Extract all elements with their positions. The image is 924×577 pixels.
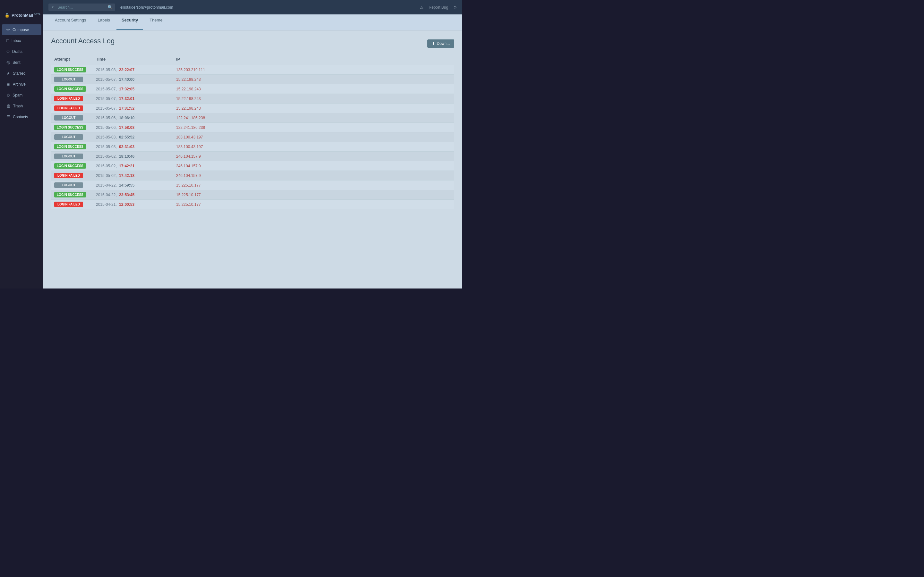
download-icon: ⬇ (432, 41, 435, 46)
attempt-cell: LOGIN SUCCESS (51, 123, 93, 132)
tab-security[interactable]: Security (116, 15, 143, 30)
time-cell: 2015-04-21, 12:00:53 (93, 200, 173, 210)
sidebar-item-archive[interactable]: ▣ Archive (2, 79, 41, 89)
sidebar-label-compose: Compose (13, 27, 29, 32)
sidebar-label-drafts: Drafts (12, 49, 23, 54)
ip-cell: 15.22.198.243 (173, 103, 454, 113)
ip-cell: 15.225.10.177 (173, 181, 454, 190)
time-cell: 2015-05-02, 17:42:21 (93, 161, 173, 171)
date-part: 2015-05-03, (96, 145, 117, 149)
time-cell: 2015-04-22, 14:59:55 (93, 181, 173, 190)
time-part: 02:31:03 (119, 145, 134, 149)
time-part: 02:55:52 (119, 135, 134, 139)
date-part: 2015-05-07, (96, 97, 117, 101)
report-bug-label[interactable]: Report Bug (429, 5, 448, 10)
attempt-cell: LOGOUT (51, 132, 93, 142)
attempt-badge: LOGIN FAILED (54, 96, 83, 101)
time-part: 17:58:08 (119, 125, 134, 130)
sidebar-item-drafts[interactable]: ◇ Drafts (2, 46, 41, 57)
time-part: 17:31:52 (119, 106, 134, 111)
attempt-badge: LOGIN SUCCESS (54, 67, 86, 73)
time-part: 17:32:05 (119, 87, 134, 91)
attempt-cell: LOGIN FAILED (51, 103, 93, 113)
time-cell: 2015-05-06, 18:06:10 (93, 113, 173, 123)
attempt-badge: LOGOUT (54, 182, 83, 188)
attempt-cell: LOGIN FAILED (51, 200, 93, 210)
compose-icon: ✏ (6, 27, 10, 32)
sidebar-item-spam[interactable]: ⊘ Spam (2, 90, 41, 100)
search-icon[interactable]: 🔍 (107, 5, 113, 10)
attempt-cell: LOGIN SUCCESS (51, 161, 93, 171)
date-part: 2015-05-02, (96, 173, 117, 178)
search-input[interactable] (57, 5, 105, 10)
time-cell: 2015-05-02, 17:42:18 (93, 171, 173, 181)
time-part: 17:32:01 (119, 97, 134, 101)
logo-text: ProtonMailBETA (11, 13, 40, 18)
tab-labels[interactable]: Labels (93, 15, 115, 30)
ip-cell: 15.225.10.177 (173, 190, 454, 200)
attempt-cell: LOGIN SUCCESS (51, 65, 93, 75)
download-label: Down... (437, 41, 450, 46)
ip-cell: 246.104.157.9 (173, 161, 454, 171)
tab-theme[interactable]: Theme (144, 15, 168, 30)
sidebar-item-trash[interactable]: 🗑 Trash (2, 101, 41, 111)
ip-cell: 183.100.43.197 (173, 142, 454, 152)
time-cell: 2015-05-03, 02:31:03 (93, 142, 173, 152)
table-row: LOGOUT 2015-05-07, 17:40:00 15.22.198.24… (51, 75, 454, 84)
table-row: LOGOUT 2015-05-06, 18:06:10 122.241.186.… (51, 113, 454, 123)
attempt-badge: LOGOUT (54, 115, 83, 121)
search-container[interactable]: ▼ 🔍 (48, 3, 115, 11)
time-cell: 2015-05-02, 18:10:46 (93, 152, 173, 161)
content-header: Account Access Log ⬇ Down... (51, 37, 454, 50)
table-row: LOGIN FAILED 2015-04-21, 12:00:53 15.225… (51, 200, 454, 210)
user-email: elliotalderson@protonmail.com (120, 5, 173, 10)
sidebar-item-starred[interactable]: ★ Starred (2, 68, 41, 79)
inbox-icon: □ (6, 38, 9, 43)
col-ip: IP (173, 55, 454, 65)
sidebar-label-spam: Spam (13, 93, 23, 97)
sidebar-label-inbox: Inbox (11, 39, 21, 43)
time-part: 23:53:45 (119, 193, 134, 197)
time-cell: 2015-05-06, 17:58:08 (93, 123, 173, 132)
attempt-cell: LOGIN FAILED (51, 171, 93, 181)
content-area: Account Access Log ⬇ Down... Attempt Tim… (43, 31, 462, 288)
attempt-badge: LOGIN SUCCESS (54, 144, 86, 149)
logo: 🔒 ProtonMailBETA (0, 10, 43, 24)
ip-cell: 122.241.186.238 (173, 113, 454, 123)
ip-cell: 15.22.198.243 (173, 94, 454, 103)
table-row: LOGIN SUCCESS 2015-05-06, 17:58:08 122.2… (51, 123, 454, 132)
sidebar-item-compose[interactable]: ✏ Compose (2, 24, 41, 35)
table-row: LOGOUT 2015-04-22, 14:59:55 15.225.10.17… (51, 181, 454, 190)
ip-cell: 246.104.157.9 (173, 152, 454, 161)
sidebar-item-contacts[interactable]: ☰ Contacts (2, 111, 41, 122)
attempt-badge: LOGIN FAILED (54, 105, 83, 111)
date-part: 2015-05-02, (96, 154, 117, 159)
download-button[interactable]: ⬇ Down... (427, 39, 454, 48)
time-cell: 2015-05-03, 02:55:52 (93, 132, 173, 142)
attempt-badge: LOGOUT (54, 153, 83, 159)
tabs-container: Account SettingsLabelsSecurityTheme (43, 15, 462, 31)
search-dropdown-arrow[interactable]: ▼ (51, 5, 54, 9)
page-title: Account Access Log (51, 37, 115, 45)
date-part: 2015-04-22, (96, 183, 117, 187)
trash-icon: 🗑 (6, 103, 11, 108)
sidebar-label-contacts: Contacts (13, 115, 28, 119)
sidebar-item-sent[interactable]: ◎ Sent (2, 57, 41, 68)
attempt-cell: LOGIN SUCCESS (51, 142, 93, 152)
table-row: LOGIN SUCCESS 2015-05-08, 22:22:07 135.2… (51, 65, 454, 75)
attempt-badge: LOGIN SUCCESS (54, 86, 86, 92)
table-row: LOGIN SUCCESS 2015-05-03, 02:31:03 183.1… (51, 142, 454, 152)
report-bug-icon: ⚠ (420, 5, 423, 10)
sidebar-item-inbox[interactable]: □ Inbox (2, 35, 41, 46)
tab-account[interactable]: Account Settings (50, 15, 91, 30)
settings-icon[interactable]: ⚙ (453, 5, 457, 10)
table-row: LOGIN SUCCESS 2015-05-07, 17:32:05 15.22… (51, 84, 454, 94)
date-part: 2015-05-07, (96, 87, 117, 91)
date-part: 2015-04-22, (96, 193, 117, 197)
time-part: 12:00:53 (119, 202, 134, 207)
table-row: LOGIN FAILED 2015-05-02, 17:42:18 246.10… (51, 171, 454, 181)
access-log-table: Attempt Time IP LOGIN SUCCESS 2015-05-08… (51, 55, 454, 209)
col-attempt: Attempt (51, 55, 93, 65)
drafts-icon: ◇ (6, 49, 10, 54)
attempt-badge: LOGOUT (54, 77, 83, 82)
